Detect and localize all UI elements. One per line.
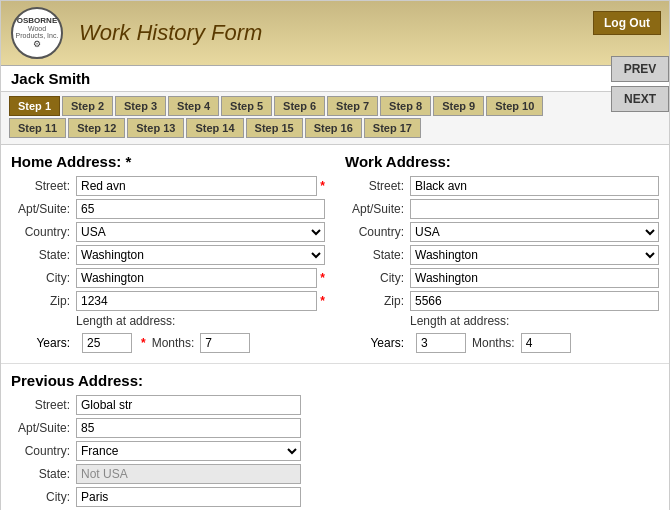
work-city-row: City: bbox=[345, 268, 659, 288]
work-street-label: Street: bbox=[345, 179, 410, 193]
prev-street-row: Street: bbox=[11, 395, 301, 415]
home-yearsmonths-row: Years: * Months: bbox=[11, 333, 325, 353]
step-button[interactable]: Step 2 bbox=[62, 96, 113, 116]
prev-country-select[interactable]: France USA Other bbox=[76, 441, 301, 461]
home-city-required: * bbox=[320, 271, 325, 285]
work-apt-input[interactable] bbox=[410, 199, 659, 219]
work-months-input[interactable] bbox=[521, 333, 571, 353]
work-country-select[interactable]: USA France Other bbox=[410, 222, 659, 242]
home-country-label: Country: bbox=[11, 225, 76, 239]
step-button[interactable]: Step 6 bbox=[274, 96, 325, 116]
previous-address-section: Previous Address: Street: Apt/Suite: Cou… bbox=[1, 363, 669, 510]
home-months-label: Months: bbox=[152, 336, 195, 350]
work-city-input[interactable] bbox=[410, 268, 659, 288]
home-months-input[interactable] bbox=[200, 333, 250, 353]
step-button[interactable]: Step 9 bbox=[433, 96, 484, 116]
logo-area: OSBORNE Wood Products, Inc. ⚙ bbox=[11, 7, 63, 59]
work-years-input[interactable] bbox=[416, 333, 466, 353]
header: OSBORNE Wood Products, Inc. ⚙ Work Histo… bbox=[1, 1, 669, 66]
home-city-row: City: * bbox=[11, 268, 325, 288]
home-state-label: State: bbox=[11, 248, 76, 262]
work-country-label: Country: bbox=[345, 225, 410, 239]
home-city-input[interactable] bbox=[76, 268, 317, 288]
home-street-label: Street: bbox=[11, 179, 76, 193]
page-wrapper: OSBORNE Wood Products, Inc. ⚙ Work Histo… bbox=[0, 0, 670, 510]
prev-apt-label: Apt/Suite: bbox=[11, 421, 76, 435]
side-nav-buttons: PREV NEXT bbox=[611, 56, 669, 112]
previous-address-title: Previous Address: bbox=[11, 372, 659, 389]
prev-state-input[interactable] bbox=[76, 464, 301, 484]
step-button[interactable]: Step 1 bbox=[9, 96, 60, 116]
work-yearsmonths-row: Years: Months: bbox=[345, 333, 659, 353]
home-address-section: Home Address: * Street: * Apt/Suite: Cou… bbox=[11, 153, 325, 355]
step-button[interactable]: Step 8 bbox=[380, 96, 431, 116]
logo-sub: Wood Products, Inc. bbox=[13, 25, 61, 39]
work-months-label: Months: bbox=[472, 336, 515, 350]
next-button[interactable]: NEXT bbox=[611, 86, 669, 112]
prev-city-label: City: bbox=[11, 490, 76, 504]
work-apt-label: Apt/Suite: bbox=[345, 202, 410, 216]
step-button[interactable]: Step 15 bbox=[246, 118, 303, 138]
home-state-row: State: Washington California Texas bbox=[11, 245, 325, 265]
main-content: Home Address: * Street: * Apt/Suite: Cou… bbox=[1, 145, 669, 363]
prev-country-row: Country: France USA Other bbox=[11, 441, 301, 461]
work-zip-row: Zip: bbox=[345, 291, 659, 311]
home-zip-label: Zip: bbox=[11, 294, 76, 308]
work-apt-row: Apt/Suite: bbox=[345, 199, 659, 219]
work-city-label: City: bbox=[345, 271, 410, 285]
prev-street-input[interactable] bbox=[76, 395, 301, 415]
step-button[interactable]: Step 10 bbox=[486, 96, 543, 116]
prev-button[interactable]: PREV bbox=[611, 56, 669, 82]
prev-apt-input[interactable] bbox=[76, 418, 301, 438]
home-street-input[interactable] bbox=[76, 176, 317, 196]
step-button[interactable]: Step 11 bbox=[9, 118, 66, 138]
home-address-title: Home Address: * bbox=[11, 153, 325, 170]
home-length-text: Length at address: bbox=[76, 314, 175, 328]
work-state-select[interactable]: Washington California Texas bbox=[410, 245, 659, 265]
work-zip-label: Zip: bbox=[345, 294, 410, 308]
step-button[interactable]: Step 4 bbox=[168, 96, 219, 116]
step-button[interactable]: Step 5 bbox=[221, 96, 272, 116]
logout-button[interactable]: Log Out bbox=[593, 11, 661, 35]
work-length-row: Length at address: bbox=[345, 314, 659, 330]
step-button[interactable]: Step 16 bbox=[305, 118, 362, 138]
step-button[interactable]: Step 3 bbox=[115, 96, 166, 116]
home-street-required: * bbox=[320, 179, 325, 193]
user-name: Jack Smith bbox=[1, 66, 669, 92]
work-length-text: Length at address: bbox=[410, 314, 509, 328]
step-button[interactable]: Step 7 bbox=[327, 96, 378, 116]
steps-row-1: Step 1Step 2Step 3Step 4Step 5Step 6Step… bbox=[9, 96, 661, 116]
prev-apt-row: Apt/Suite: bbox=[11, 418, 301, 438]
prev-city-row: City: bbox=[11, 487, 301, 507]
work-street-input[interactable] bbox=[410, 176, 659, 196]
prev-city-input[interactable] bbox=[76, 487, 301, 507]
work-address-title: Work Address: bbox=[345, 153, 659, 170]
home-zip-row: Zip: * bbox=[11, 291, 325, 311]
home-state-select[interactable]: Washington California Texas bbox=[76, 245, 325, 265]
page-title: Work History Form bbox=[79, 20, 262, 46]
home-city-label: City: bbox=[11, 271, 76, 285]
home-street-row: Street: * bbox=[11, 176, 325, 196]
step-button[interactable]: Step 12 bbox=[68, 118, 125, 138]
logo-brand: OSBORNE bbox=[17, 17, 57, 26]
step-button[interactable]: Step 17 bbox=[364, 118, 421, 138]
home-years-label: Years: bbox=[11, 336, 76, 350]
work-state-row: State: Washington California Texas bbox=[345, 245, 659, 265]
step-button[interactable]: Step 14 bbox=[186, 118, 243, 138]
home-years-required: * bbox=[141, 336, 146, 350]
prev-state-label: State: bbox=[11, 467, 76, 481]
prev-street-label: Street: bbox=[11, 398, 76, 412]
steps-row-2: Step 11Step 12Step 13Step 14Step 15Step … bbox=[9, 118, 661, 138]
home-zip-input[interactable] bbox=[76, 291, 317, 311]
prev-state-row: State: bbox=[11, 464, 301, 484]
work-street-row: Street: bbox=[345, 176, 659, 196]
work-zip-input[interactable] bbox=[410, 291, 659, 311]
home-country-select[interactable]: USA France Other bbox=[76, 222, 325, 242]
home-years-input[interactable] bbox=[82, 333, 132, 353]
logo: OSBORNE Wood Products, Inc. ⚙ bbox=[11, 7, 63, 59]
home-country-row: Country: USA France Other bbox=[11, 222, 325, 242]
work-state-label: State: bbox=[345, 248, 410, 262]
step-button[interactable]: Step 13 bbox=[127, 118, 184, 138]
work-country-row: Country: USA France Other bbox=[345, 222, 659, 242]
home-apt-input[interactable] bbox=[76, 199, 325, 219]
